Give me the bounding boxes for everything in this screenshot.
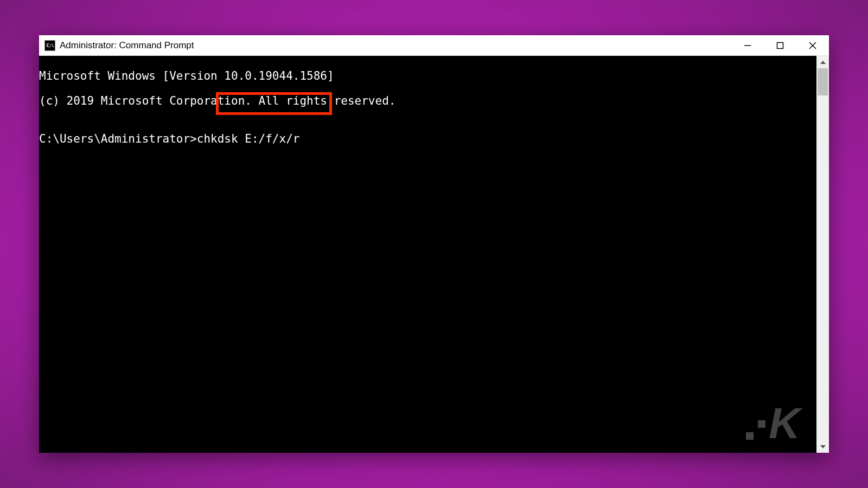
chevron-down-icon xyxy=(820,445,826,448)
watermark-dots-icon xyxy=(746,420,765,440)
close-button[interactable] xyxy=(796,35,829,55)
terminal-line-prompt: C:\Users\Administrator>chkdsk E:/f/x/r xyxy=(39,133,816,145)
cmd-icon: C:\ xyxy=(44,40,55,51)
maximize-icon xyxy=(776,42,784,49)
window-controls xyxy=(731,35,829,55)
vertical-scrollbar[interactable] xyxy=(816,56,829,453)
titlebar[interactable]: C:\ Administrator: Command Prompt xyxy=(39,35,829,56)
maximize-button[interactable] xyxy=(764,35,796,55)
scroll-down-button[interactable] xyxy=(816,440,829,453)
terminal-line-copyright: (c) 2019 Microsoft Corporation. All righ… xyxy=(39,95,816,107)
terminal-line-version: Microsoft Windows [Version 10.0.19044.15… xyxy=(39,70,816,82)
command-prompt-window: C:\ Administrator: Command Prompt Micros… xyxy=(39,35,829,453)
terminal-prompt: C:\Users\Administrator> xyxy=(39,132,197,145)
terminal-command: chkdsk E:/f/x/r xyxy=(197,132,300,145)
scroll-up-button[interactable] xyxy=(816,56,829,68)
watermark: K xyxy=(746,400,800,447)
close-icon xyxy=(808,41,817,50)
chevron-up-icon xyxy=(820,61,826,64)
terminal[interactable]: Microsoft Windows [Version 10.0.19044.15… xyxy=(39,56,816,453)
svg-rect-1 xyxy=(777,42,783,48)
window-title: Administrator: Command Prompt xyxy=(60,40,731,51)
scroll-thumb[interactable] xyxy=(818,68,828,95)
terminal-wrapper: Microsoft Windows [Version 10.0.19044.15… xyxy=(39,56,829,453)
minimize-button[interactable] xyxy=(731,35,764,55)
minimize-icon xyxy=(744,42,751,49)
watermark-letter: K xyxy=(769,400,800,447)
scroll-track[interactable] xyxy=(816,68,829,440)
